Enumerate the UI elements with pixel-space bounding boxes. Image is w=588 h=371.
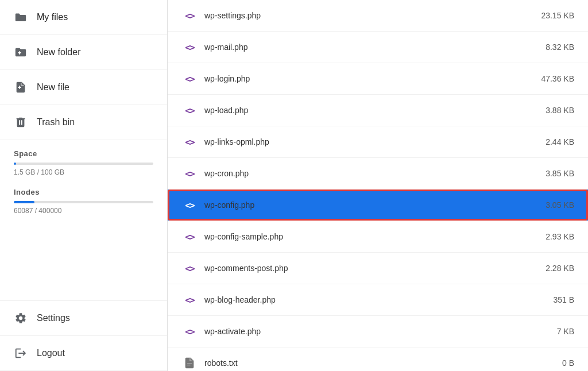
new-folder-label: New folder xyxy=(37,47,80,57)
inodes-heading: Inodes xyxy=(14,188,153,196)
trash-icon xyxy=(14,115,28,129)
sidebar: My files New folder New file xyxy=(0,0,168,371)
file-name: wp-blog-header.php xyxy=(204,295,521,304)
file-row[interactable]: <> wp-load.php 3.88 KB xyxy=(168,95,588,126)
file-row[interactable]: robots.txt 0 B xyxy=(168,347,588,371)
file-size: 2.44 KB xyxy=(528,137,574,146)
file-name: wp-load.php xyxy=(204,106,521,115)
code-icon: <> xyxy=(181,229,198,245)
file-name: wp-settings.php xyxy=(204,11,521,20)
file-name: wp-mail.php xyxy=(204,42,521,52)
code-icon: <> xyxy=(181,260,198,276)
file-row[interactable]: <> wp-config-sample.php 2.93 KB xyxy=(168,221,588,253)
code-icon: <> xyxy=(181,165,198,181)
sidebar-item-new-file[interactable]: New file xyxy=(0,70,167,105)
file-name: wp-config.php xyxy=(204,200,521,210)
file-size: 351 B xyxy=(528,295,574,304)
space-section: Space 1.5 GB / 100 GB xyxy=(0,140,167,181)
code-icon: <> xyxy=(181,39,198,55)
code-icon: <> xyxy=(181,292,198,308)
sidebar-bottom: Settings Logout xyxy=(0,300,167,371)
file-size: 3.05 KB xyxy=(528,200,574,210)
sidebar-item-logout[interactable]: Logout xyxy=(0,336,167,371)
inodes-progress-bg xyxy=(14,201,153,203)
file-row[interactable]: <> wp-links-opml.php 2.44 KB xyxy=(168,126,588,158)
inodes-progress-fill xyxy=(14,201,34,203)
space-progress-fill xyxy=(14,163,16,165)
code-icon: <> xyxy=(181,323,198,339)
file-name: wp-config-sample.php xyxy=(204,232,521,241)
file-name: wp-activate.php xyxy=(204,327,521,336)
sidebar-item-trash-bin[interactable]: Trash bin xyxy=(0,105,167,140)
settings-label: Settings xyxy=(37,313,70,323)
new-file-icon xyxy=(14,80,28,94)
file-size: 0 B xyxy=(528,358,574,368)
file-size: 8.32 KB xyxy=(528,42,574,52)
file-row[interactable]: <> wp-mail.php 8.32 KB xyxy=(168,32,588,63)
file-row[interactable]: <> wp-cron.php 3.85 KB xyxy=(168,158,588,190)
new-file-label: New file xyxy=(37,82,69,92)
code-icon: <> xyxy=(181,134,198,150)
space-heading: Space xyxy=(14,149,153,158)
file-size: 3.85 KB xyxy=(528,169,574,178)
folder-icon xyxy=(14,10,28,24)
sidebar-item-my-files[interactable]: My files xyxy=(0,0,167,35)
logout-icon xyxy=(14,346,28,360)
my-files-label: My files xyxy=(37,12,68,22)
file-size: 47.36 KB xyxy=(528,74,574,83)
file-size: 2.28 KB xyxy=(528,264,574,273)
inodes-section: Inodes 60087 / 400000 xyxy=(0,181,167,219)
inodes-usage-text: 60087 / 400000 xyxy=(14,207,153,215)
settings-icon xyxy=(14,311,28,325)
file-name: wp-cron.php xyxy=(204,169,521,178)
new-folder-icon xyxy=(14,45,28,59)
file-row[interactable]: <> wp-settings.php 23.15 KB xyxy=(168,0,588,32)
code-icon: <> xyxy=(181,102,198,118)
logout-label: Logout xyxy=(37,348,65,358)
text-icon xyxy=(181,355,198,371)
file-size: 7 KB xyxy=(528,327,574,336)
trash-bin-label: Trash bin xyxy=(37,117,75,127)
code-icon: <> xyxy=(181,197,198,213)
file-size: 2.93 KB xyxy=(528,232,574,241)
file-row[interactable]: <> wp-config.php 3.05 KB xyxy=(168,190,588,221)
file-row[interactable]: <> wp-login.php 47.36 KB xyxy=(168,63,588,95)
file-size: 3.88 KB xyxy=(528,106,574,115)
file-name: wp-comments-post.php xyxy=(204,264,521,273)
file-row[interactable]: <> wp-comments-post.php 2.28 KB xyxy=(168,253,588,284)
file-name: wp-links-opml.php xyxy=(204,137,521,146)
file-row[interactable]: <> wp-blog-header.php 351 B xyxy=(168,284,588,316)
file-name: robots.txt xyxy=(204,358,521,368)
space-usage-text: 1.5 GB / 100 GB xyxy=(14,168,153,176)
file-list-container: <> wp-settings.php 23.15 KB <> wp-mail.p… xyxy=(168,0,588,371)
space-progress-bg xyxy=(14,163,153,165)
file-list: <> wp-settings.php 23.15 KB <> wp-mail.p… xyxy=(168,0,588,371)
code-icon: <> xyxy=(181,7,198,24)
file-name: wp-login.php xyxy=(204,74,521,83)
sidebar-item-settings[interactable]: Settings xyxy=(0,301,167,336)
file-row[interactable]: <> wp-activate.php 7 KB xyxy=(168,316,588,347)
file-size: 23.15 KB xyxy=(528,11,574,20)
sidebar-item-new-folder[interactable]: New folder xyxy=(0,35,167,70)
code-icon: <> xyxy=(181,71,198,87)
